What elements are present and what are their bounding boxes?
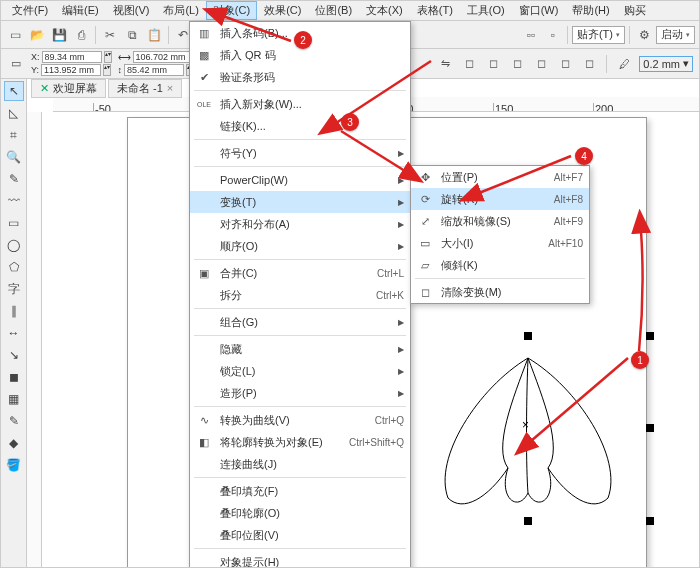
shape-intersect-icon[interactable]: ◻	[484, 55, 502, 73]
shape-union-icon[interactable]: ◻	[460, 55, 478, 73]
width-input[interactable]	[133, 51, 193, 63]
smart-fill-tool[interactable]: 🪣	[4, 455, 24, 475]
shape-tool[interactable]: ◺	[4, 103, 24, 123]
width-icon: ⟷	[118, 52, 131, 62]
mi-outline-to-obj[interactable]: ◧将轮廓转换为对象(E)Ctrl+Shift+Q	[190, 431, 410, 453]
shape-weld-icon[interactable]: ◻	[532, 55, 550, 73]
zoom-tool[interactable]: 🔍	[4, 147, 24, 167]
open-icon[interactable]: 📂	[27, 25, 47, 45]
fill-tool[interactable]: ◆	[4, 433, 24, 453]
page-orientation-icon[interactable]: ▭	[7, 55, 25, 73]
artistic-tool[interactable]: 〰	[4, 191, 24, 211]
shape-trim-icon[interactable]: ◻	[508, 55, 526, 73]
mi-symbol[interactable]: 符号(Y)▶	[190, 142, 410, 164]
menu-help[interactable]: 帮助(H)	[565, 1, 616, 20]
tab-untitled[interactable]: 未命名 -1×	[108, 79, 182, 98]
height-input[interactable]	[124, 64, 184, 76]
shape-boundary-icon[interactable]: ◻	[580, 55, 598, 73]
mi-verify-barcode[interactable]: ✔验证条形码	[190, 66, 410, 88]
menu-buy[interactable]: 购买	[617, 1, 653, 20]
annotation-1: 1	[631, 351, 649, 369]
sel-handle-bm[interactable]	[524, 517, 532, 525]
mi-overprint-outline[interactable]: 叠印轮廓(O)	[190, 502, 410, 524]
mirror-h-icon[interactable]: ⇋	[436, 55, 454, 73]
sel-handle-tm[interactable]	[524, 332, 532, 340]
parallel-tool[interactable]: ∥	[4, 301, 24, 321]
launch-combo[interactable]: 启动▾	[656, 26, 695, 44]
y-stepper[interactable]: ▴▾	[103, 64, 111, 76]
text-tool[interactable]: 字	[4, 279, 24, 299]
cut-icon[interactable]: ✂	[100, 25, 120, 45]
mi-to-curve: ∿转换为曲线(V)Ctrl+Q	[190, 409, 410, 431]
shadow-tool[interactable]: ◼	[4, 367, 24, 387]
save-icon[interactable]: 💾	[49, 25, 69, 45]
scale-icon: ⤢	[417, 213, 433, 229]
gear-icon[interactable]: ⚙	[634, 25, 654, 45]
print-icon[interactable]: ⎙	[71, 25, 91, 45]
ruler-vertical	[27, 112, 42, 567]
mi-group[interactable]: 组合(G)▶	[190, 311, 410, 333]
menu-bitmap[interactable]: 位图(B)	[308, 1, 359, 20]
verify-icon: ✔	[196, 69, 212, 85]
outline-width[interactable]: 0.2 mm ▾	[639, 56, 693, 72]
menu-text[interactable]: 文本(X)	[359, 1, 410, 20]
menu-view[interactable]: 视图(V)	[106, 1, 157, 20]
mi-join-curves[interactable]: 连接曲线(J)	[190, 453, 410, 475]
mi-powerclip[interactable]: PowerClip(W)▶	[190, 169, 410, 191]
transparency-tool[interactable]: ▦	[4, 389, 24, 409]
sel-handle-br[interactable]	[646, 517, 654, 525]
paste-icon[interactable]: 📋	[144, 25, 164, 45]
mi-position[interactable]: ✥位置(P)Alt+F7	[411, 166, 589, 188]
polygon-tool[interactable]: ⬠	[4, 257, 24, 277]
x-label: X:	[31, 52, 40, 62]
mi-hide[interactable]: 隐藏▶	[190, 338, 410, 360]
snap-combo[interactable]: 贴齐(T)▾	[572, 26, 625, 44]
mi-hint[interactable]: 对象提示(H)	[190, 551, 410, 568]
menu-tools[interactable]: 工具(O)	[460, 1, 512, 20]
shape-back-minus-icon[interactable]: ◻	[556, 55, 574, 73]
align-icon[interactable]: ▫	[543, 25, 563, 45]
mi-scale[interactable]: ⤢缩放和镜像(S)Alt+F9	[411, 210, 589, 232]
menu-object[interactable]: 对象(C)	[206, 1, 257, 20]
connector-tool[interactable]: ↘	[4, 345, 24, 365]
tab-welcome[interactable]: ✕欢迎屏幕	[31, 79, 106, 98]
x-stepper[interactable]: ▴▾	[104, 51, 112, 63]
mi-transform[interactable]: 变换(T)▶	[190, 191, 410, 213]
rectangle-tool[interactable]: ▭	[4, 213, 24, 233]
crop-tool[interactable]: ⌗	[4, 125, 24, 145]
menu-edit[interactable]: 编辑(E)	[55, 1, 106, 20]
menu-bar: 文件(F) 编辑(E) 视图(V) 布局(L) 对象(C) 效果(C) 位图(B…	[1, 1, 699, 21]
pen-icon[interactable]: 🖊	[615, 55, 633, 73]
menu-table[interactable]: 表格(T)	[410, 1, 460, 20]
menu-layout[interactable]: 布局(L)	[156, 1, 205, 20]
menu-window[interactable]: 窗口(W)	[512, 1, 566, 20]
sel-handle-mr[interactable]	[646, 424, 654, 432]
mi-clear[interactable]: ◻清除变换(M)	[411, 281, 589, 303]
mi-lock[interactable]: 锁定(L)▶	[190, 360, 410, 382]
freehand-tool[interactable]: ✎	[4, 169, 24, 189]
mi-rotate[interactable]: ⟳旋转(R)Alt+F8	[411, 188, 589, 210]
pick-tool[interactable]: ↖	[4, 81, 24, 101]
new-icon[interactable]: ▭	[5, 25, 25, 45]
mi-insert-new[interactable]: OLE插入新对象(W)...	[190, 93, 410, 115]
height-icon: ↕	[118, 65, 123, 75]
mi-skew[interactable]: ▱倾斜(K)	[411, 254, 589, 276]
annotation-4: 4	[575, 147, 593, 165]
menu-file[interactable]: 文件(F)	[5, 1, 55, 20]
mi-overprint-fill: 叠印填充(F)	[190, 480, 410, 502]
document-tabs: ✕欢迎屏幕 未命名 -1×	[31, 79, 182, 97]
mi-order[interactable]: 顺序(O)▶	[190, 235, 410, 257]
y-input[interactable]	[41, 64, 101, 76]
mi-align[interactable]: 对齐和分布(A)▶	[190, 213, 410, 235]
align-group-icon[interactable]: ▫▫	[521, 25, 541, 45]
eyedropper-tool[interactable]: ✎	[4, 411, 24, 431]
dimension-tool[interactable]: ↔	[4, 323, 24, 343]
ellipse-tool[interactable]: ◯	[4, 235, 24, 255]
x-input[interactable]	[42, 51, 102, 63]
mi-combine[interactable]: ▣合并(C)Ctrl+L	[190, 262, 410, 284]
menu-effects[interactable]: 效果(C)	[257, 1, 308, 20]
mi-shape[interactable]: 造形(P)▶	[190, 382, 410, 404]
copy-icon[interactable]: ⧉	[122, 25, 142, 45]
sel-handle-tr[interactable]	[646, 332, 654, 340]
mi-size[interactable]: ▭大小(I)Alt+F10	[411, 232, 589, 254]
